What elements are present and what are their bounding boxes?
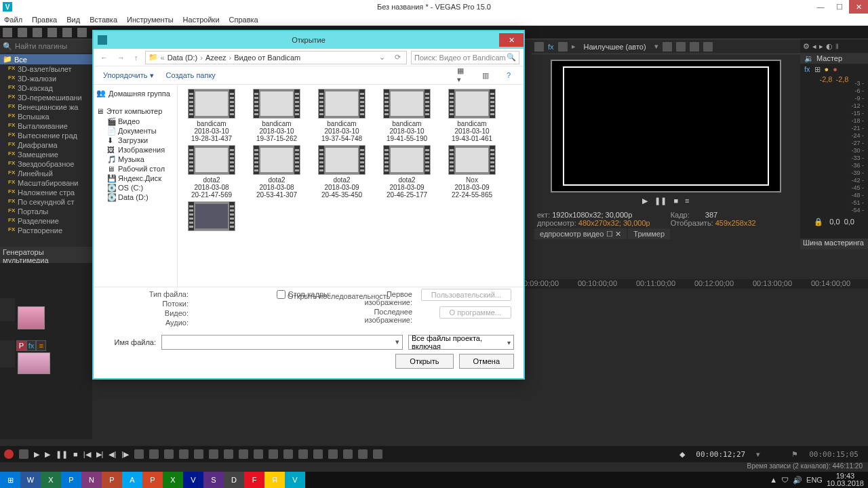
tool-button[interactable] bbox=[179, 449, 189, 459]
preview-pane-button[interactable]: ▥ bbox=[480, 70, 491, 80]
taskbar-app[interactable]: X bbox=[163, 472, 183, 488]
tray-date[interactable]: 10.03.2018 bbox=[827, 479, 864, 487]
track-p-icon[interactable]: P bbox=[16, 340, 26, 351]
plugin-item[interactable]: Разделение bbox=[0, 216, 92, 226]
mixer-footer[interactable]: Шина мастеринга bbox=[800, 239, 868, 249]
cancel-button[interactable]: Отмена bbox=[459, 354, 514, 369]
sidebar-item[interactable]: 💽OS (C:) bbox=[94, 183, 177, 192]
tab-preview[interactable]: едпросмотр видео☐ ✕ bbox=[534, 228, 627, 239]
sidebar-item[interactable]: 🎵Музыка bbox=[94, 155, 177, 164]
taskbar-app[interactable]: F bbox=[244, 472, 264, 488]
nav-fwd-icon[interactable]: → bbox=[115, 54, 127, 62]
taskbar-app[interactable]: V bbox=[285, 472, 305, 488]
taskbar-app[interactable]: S bbox=[203, 472, 224, 488]
toolbar-btn[interactable] bbox=[77, 28, 87, 37]
flag-icon[interactable]: ⚑ bbox=[791, 450, 798, 459]
tool-button[interactable] bbox=[328, 449, 338, 459]
menu-settings[interactable]: Настройки bbox=[183, 16, 220, 24]
plugin-item[interactable]: Линейный bbox=[0, 169, 92, 178]
play-start-icon[interactable]: ▶ bbox=[34, 450, 39, 459]
nav-up-icon[interactable]: ↑ bbox=[132, 54, 141, 62]
organize-button[interactable]: Упорядочить ▾ bbox=[103, 71, 154, 80]
file-item[interactable]: dota22018-03-0820-53-41-307 bbox=[245, 145, 308, 199]
dialog-titlebar[interactable]: Открытие ✕ bbox=[94, 31, 524, 49]
plugin-item[interactable]: 3D-каскад bbox=[0, 83, 92, 93]
sidebar-item[interactable]: 🖼Изображения bbox=[94, 145, 177, 155]
plugin-item[interactable]: 3D-взлет/вылет bbox=[0, 64, 92, 74]
track-label-1[interactable] bbox=[0, 298, 15, 321]
taskbar-app[interactable]: N bbox=[81, 472, 102, 488]
go-end-icon[interactable]: ▶| bbox=[96, 450, 104, 459]
loop-button[interactable] bbox=[19, 449, 28, 459]
view-mode-button[interactable]: ▦ ▾ bbox=[457, 70, 468, 80]
sidebar-item[interactable]: 💾Яндекс.Диск bbox=[94, 174, 177, 183]
toolbar-btn[interactable] bbox=[33, 28, 42, 37]
clip-thumb-2[interactable] bbox=[18, 352, 50, 374]
dialog-close-button[interactable]: ✕ bbox=[499, 33, 524, 47]
help-icon[interactable]: ? bbox=[503, 70, 514, 80]
plugin-search[interactable]: 🔍 Найти плагины bbox=[0, 39, 92, 53]
plugin-item[interactable]: Диафрагма bbox=[0, 140, 92, 150]
solo-icon[interactable]: ● bbox=[833, 65, 837, 74]
step-fwd-icon[interactable]: |▶ bbox=[121, 450, 129, 459]
tool-button[interactable] bbox=[164, 449, 174, 459]
tray-icon[interactable]: ▲ bbox=[770, 476, 777, 484]
sidebar-homegroup[interactable]: 👥Домашняя группа bbox=[94, 87, 177, 99]
tool-button[interactable] bbox=[358, 449, 368, 459]
taskbar-app[interactable]: A bbox=[122, 472, 142, 488]
toolbar-btn[interactable] bbox=[47, 28, 57, 37]
file-item[interactable]: dota22018-03-0920-45-35-450 bbox=[311, 145, 373, 199]
plugin-item[interactable]: Масштабировани bbox=[0, 178, 92, 188]
menu-tools[interactable]: Инструменты bbox=[127, 16, 174, 24]
file-item[interactable]: bandicam2018-03-1019-28-31-437 bbox=[180, 89, 243, 142]
file-item[interactable]: Nox2018-03-0922-24-55-865 bbox=[441, 145, 503, 199]
plugin-item[interactable]: Вспышка bbox=[0, 112, 92, 121]
fx-icon[interactable]: fx bbox=[804, 65, 810, 74]
open-sequence-checkbox[interactable] bbox=[277, 290, 285, 299]
list-icon[interactable]: ≡ bbox=[685, 197, 689, 205]
lock-icon[interactable]: 🔒 bbox=[814, 218, 823, 226]
file-item[interactable]: dota22018-03-0820-21-47-569 bbox=[180, 145, 243, 199]
preview-quality[interactable]: Наилучшее (авто) bbox=[580, 43, 650, 51]
tool-button[interactable] bbox=[239, 449, 248, 459]
dialog-file-area[interactable]: bandicam2018-03-1019-28-31-437bandicam20… bbox=[178, 85, 524, 287]
about-button[interactable]: О программе... bbox=[439, 306, 511, 319]
taskbar-app[interactable]: X bbox=[41, 472, 61, 488]
system-tray[interactable]: ▲ 🛡 🔊 ENG 19:43 10.03.2018 bbox=[766, 472, 868, 487]
preview-btn[interactable] bbox=[663, 42, 672, 52]
open-button[interactable]: Открыть bbox=[395, 354, 453, 369]
prev-icon[interactable]: ◂ bbox=[812, 42, 816, 51]
maximize-button[interactable]: ☐ bbox=[830, 0, 849, 14]
taskbar-app[interactable]: P bbox=[142, 472, 163, 488]
taskbar[interactable]: ⊞ WXPNPAPXVSDFЯV ▲ 🛡 🔊 ENG 19:43 10.03.2… bbox=[0, 472, 868, 488]
preview-btn[interactable] bbox=[534, 42, 544, 52]
taskbar-app[interactable]: P bbox=[61, 472, 81, 488]
sidebar-item[interactable]: 💽Data (D:) bbox=[94, 192, 177, 202]
next-icon[interactable]: ▸ bbox=[819, 42, 823, 51]
plugin-item[interactable]: 3D-перемешивани bbox=[0, 93, 92, 102]
tool-button[interactable] bbox=[269, 449, 278, 459]
tool-button[interactable] bbox=[209, 449, 218, 459]
file-item[interactable]: bandicam2018-03-1019-41-55-190 bbox=[376, 89, 438, 142]
track-menu-icon[interactable]: ≡ bbox=[36, 340, 46, 351]
tool-button[interactable] bbox=[254, 449, 263, 459]
file-item[interactable] bbox=[180, 201, 243, 232]
fx-icon[interactable]: fx bbox=[548, 43, 554, 51]
preview-btn[interactable] bbox=[676, 42, 686, 52]
record-button[interactable] bbox=[4, 449, 14, 459]
plugin-item[interactable]: 3D-жалюзи bbox=[0, 74, 92, 83]
mute-icon[interactable]: ● bbox=[825, 65, 829, 74]
clip-thumb[interactable] bbox=[18, 306, 45, 329]
sidebar-item[interactable]: 📄Документы bbox=[94, 126, 177, 136]
new-folder-button[interactable]: Создать папку bbox=[166, 71, 216, 79]
menu-help[interactable]: Справка bbox=[229, 16, 258, 24]
tab-trimmer[interactable]: Триммер bbox=[628, 228, 670, 239]
close-button[interactable]: ✕ bbox=[849, 0, 868, 14]
tray-icon[interactable]: 🔊 bbox=[793, 476, 802, 485]
plugin-item[interactable]: По секундной ст bbox=[0, 197, 92, 207]
taskbar-app[interactable]: W bbox=[20, 472, 41, 488]
faders-icon[interactable]: ⦀ bbox=[835, 42, 839, 51]
tool-button[interactable] bbox=[224, 449, 233, 459]
file-item[interactable]: bandicam2018-03-1019-37-54-748 bbox=[311, 89, 373, 142]
plugin-item[interactable]: Замещение bbox=[0, 150, 92, 159]
